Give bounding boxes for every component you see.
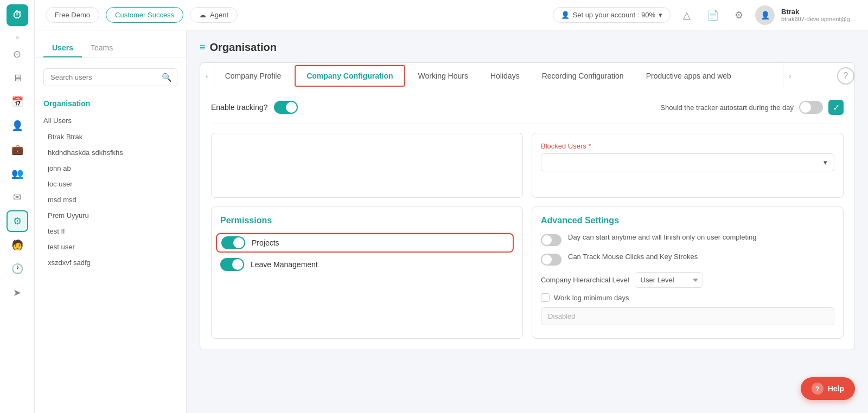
leave-label: Leave Management [251, 260, 318, 269]
worklog-checkbox[interactable] [541, 293, 550, 302]
help-label: Help [828, 384, 844, 393]
left-card [211, 133, 523, 198]
sidebar-user-item[interactable]: msd msd [35, 192, 186, 208]
enable-tracking-toggle[interactable] [274, 101, 298, 114]
tab-users[interactable]: Users [43, 39, 82, 57]
tab-company-config[interactable]: Company Configuration [295, 65, 405, 87]
sidebar-user-item[interactable]: xszdxvf sadfg [35, 255, 186, 270]
user-list: Btrak Btrakhkdhdhaskda sdkhsfkhsjohn abl… [35, 129, 186, 270]
left-sidebar: Users Teams 🔍 Organisation All Users Btr… [35, 30, 187, 413]
tab-arrow-right[interactable]: › [783, 63, 797, 89]
sidebar-tabs: Users Teams [35, 39, 186, 57]
person-icon: 👤 [561, 11, 570, 19]
topbar: Free Demo Customer Success ☁ Agent 👤 Set… [35, 0, 868, 30]
advanced-card: Advanced Settings Day can start anytime … [532, 206, 844, 339]
all-users-item[interactable]: All Users [35, 112, 186, 129]
worklog-label: Work log minimum days [554, 294, 629, 302]
tab-holidays[interactable]: Holidays [480, 63, 531, 89]
mousetrack-label: Can Track Mouse Clicks and Key Strokes [568, 253, 698, 261]
mousetrack-toggle[interactable] [541, 254, 561, 266]
projects-label: Projects [252, 238, 279, 247]
search-input[interactable] [43, 68, 177, 86]
hierarchical-label: Company Hierarchical Level [541, 276, 629, 284]
dropdown-chevron-icon: ▾ [824, 158, 827, 166]
sidebar-item-briefcase[interactable]: 💼 [7, 139, 28, 160]
sidebar-user-item[interactable]: test ff [35, 223, 186, 239]
tab-teams[interactable]: Teams [82, 39, 122, 57]
icon-sidebar: ⏱ » ⊙ 🖥 📅 👤 💼 👥 ✉ ⚙ 🧑 🕐 ➤ [0, 0, 35, 413]
sidebar-user-item[interactable]: hkdhdhaskda sdkhsfkhs [35, 145, 186, 160]
permission-row-projects: Projects [216, 233, 514, 253]
customer-success-button[interactable]: Customer Success [106, 7, 183, 23]
advanced-title: Advanced Settings [541, 216, 834, 225]
config-content: Enable tracking? Should the tracker auto… [200, 89, 855, 350]
sidebar-item-send[interactable]: ➤ [7, 282, 28, 304]
user-name: Btrak [781, 8, 857, 16]
sidebar-user-item[interactable]: Prem Uyyuru [35, 208, 186, 223]
sidebar-item-mail[interactable]: ✉ [7, 186, 28, 208]
blocked-users-card: Blocked Users * ▾ [532, 133, 844, 198]
search-container: 🔍 [35, 64, 186, 91]
agent-icon: ☁ [199, 11, 206, 19]
sidebar-item-settings[interactable]: ⚙ [7, 210, 28, 232]
sidebar-item-person[interactable]: 🧑 [7, 234, 28, 256]
permissions-title: Permissions [220, 216, 514, 225]
daystart-label: Day can start anytime and will finish on… [568, 233, 757, 241]
sidebar-item-dashboard[interactable]: ⊙ [7, 43, 28, 65]
daystart-toggle[interactable] [541, 234, 561, 246]
alert-icon-button[interactable]: △ [677, 5, 697, 25]
blocked-users-dropdown[interactable]: ▾ [541, 153, 834, 171]
free-demo-button[interactable]: Free Demo [46, 7, 99, 23]
disabled-field: Disabled [541, 307, 834, 325]
tab-company-profile[interactable]: Company Profile [214, 63, 293, 89]
sidebar-item-monitor[interactable]: 🖥 [7, 67, 28, 89]
user-email: btrak607-development@gm... [781, 16, 857, 22]
user-info: Btrak btrak607-development@gm... [781, 8, 857, 22]
setup-account-button[interactable]: 👤 Set up your account : 90% ▾ [553, 7, 671, 23]
tab-arrow-left[interactable]: ‹ [200, 63, 214, 89]
sidebar-user-item[interactable]: john ab [35, 160, 186, 176]
enable-tracking-label: Enable tracking? [211, 103, 267, 112]
main-panel: ≡ Organisation ‹ Company Profile Company… [187, 30, 868, 413]
adv-row-mousetrack: Can Track Mouse Clicks and Key Strokes [541, 253, 834, 266]
help-question-button[interactable]: ? [837, 67, 854, 85]
sidebar-user-item[interactable]: test user [35, 239, 186, 255]
tabs-bar: ‹ Company Profile Company Configuration … [200, 62, 855, 89]
org-header: ≡ Organisation [200, 41, 855, 54]
doc-icon-button[interactable]: 📄 [703, 5, 723, 25]
tracker-autostart-check[interactable]: ✓ [828, 100, 844, 115]
chevron-down-icon: ▾ [659, 11, 662, 19]
tracker-autostart-label: Should the tracker autostart during the … [660, 104, 794, 112]
tab-recording-config[interactable]: Recording Configuration [531, 63, 635, 89]
hierarchical-select[interactable]: User Level Manager Level Admin Level [635, 272, 703, 288]
tracker-autostart-toggle[interactable] [799, 101, 823, 114]
sidebar-item-clock[interactable]: 🕐 [7, 258, 28, 280]
search-icon: 🔍 [162, 73, 172, 82]
adv-row-daystart: Day can start anytime and will finish on… [541, 233, 834, 246]
sidebar-item-calendar[interactable]: 📅 [7, 91, 28, 113]
sidebar-chevron[interactable]: » [15, 34, 19, 41]
agent-button[interactable]: ☁ Agent [190, 7, 238, 23]
help-button[interactable]: ? Help [801, 377, 855, 400]
avatar[interactable]: 👤 [755, 5, 775, 25]
menu-icon: ≡ [200, 42, 206, 53]
blocked-users-label: Blocked Users * [541, 142, 834, 150]
sidebar-group-label: Organisation [35, 95, 186, 112]
sidebar-user-item[interactable]: loc user [35, 176, 186, 192]
leave-toggle[interactable] [220, 258, 244, 271]
sidebar-item-group[interactable]: 👥 [7, 163, 28, 184]
tab-working-hours[interactable]: Working Hours [407, 63, 480, 89]
sidebar-user-item[interactable]: Btrak Btrak [35, 129, 186, 145]
permissions-card: Permissions Projects Leave Management [211, 206, 523, 339]
permission-row-leave: Leave Management [220, 258, 514, 271]
app-logo[interactable]: ⏱ [7, 4, 28, 26]
org-title: Organisation [210, 41, 277, 54]
settings-icon-button[interactable]: ⚙ [729, 5, 749, 25]
upper-two-col: Blocked Users * ▾ [211, 133, 844, 198]
sidebar-item-user[interactable]: 👤 [7, 115, 28, 137]
worklog-row: Work log minimum days [541, 293, 834, 302]
bottom-two-col: Permissions Projects Leave Management [211, 206, 844, 339]
hierarchical-row: Company Hierarchical Level User Level Ma… [541, 272, 834, 288]
projects-toggle[interactable] [221, 236, 245, 249]
tab-productive-apps[interactable]: Productive apps and web [635, 63, 743, 89]
